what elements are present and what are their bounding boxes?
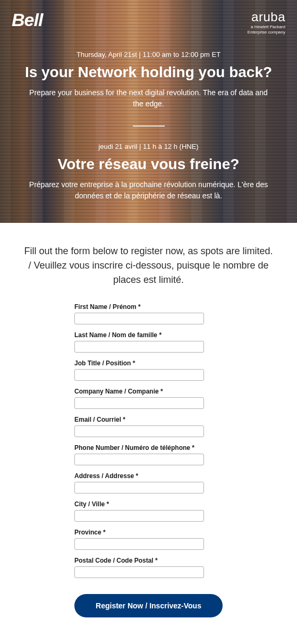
email-input[interactable] [74,425,204,437]
aruba-logo: aruba a Hewlett Packard Enterprise compa… [248,10,285,35]
hero-subtitle-fr: Préparez votre entreprise à la prochaine… [24,179,273,202]
register-button[interactable]: Register Now / Inscrivez-Vous [74,594,223,617]
section-divider [133,126,165,127]
last-name-input[interactable] [74,341,204,353]
city-input[interactable] [74,510,204,522]
company-input[interactable] [74,397,204,409]
bell-logo: Bell [12,10,43,30]
phone-input[interactable] [74,454,204,465]
hero-title-fr: Votre réseau vous freine? [21,156,276,173]
job-title-label: Job Title / Position * [74,359,223,367]
hero-subtitle-en: Prepare your business for the next digit… [24,87,273,110]
last-name-label: Last Name / Nom de famille * [74,331,223,339]
phone-label: Phone Number / Numéro de téléphone * [74,444,223,451]
hero-title-en: Is your Network holding you back? [21,64,276,81]
province-label: Province * [74,529,223,536]
job-title-input[interactable] [74,369,204,381]
postal-input[interactable] [74,566,204,578]
first-name-label: First Name / Prénom * [74,303,223,311]
city-label: City / Ville * [74,500,223,508]
form-intro-text: Fill out the form below to register now,… [24,244,273,287]
postal-label: Postal Code / Code Postal * [74,557,223,564]
first-name-input[interactable] [74,313,204,324]
address-input[interactable] [74,482,204,494]
address-label: Address / Addresse * [74,472,223,480]
event-datetime-fr: jeudi 21 avril | 11 h à 12 h (HNE) [0,143,297,150]
province-input[interactable] [74,538,204,550]
company-label: Company Name / Companie * [74,388,223,395]
email-label: Email / Courriel * [74,416,223,423]
hero-banner: Bell aruba a Hewlett Packard Enterprise … [0,0,297,223]
registration-form: First Name / Prénom * Last Name / Nom de… [0,303,297,644]
event-datetime-en: Thursday, April 21st | 11:00 am to 12:00… [0,51,297,58]
